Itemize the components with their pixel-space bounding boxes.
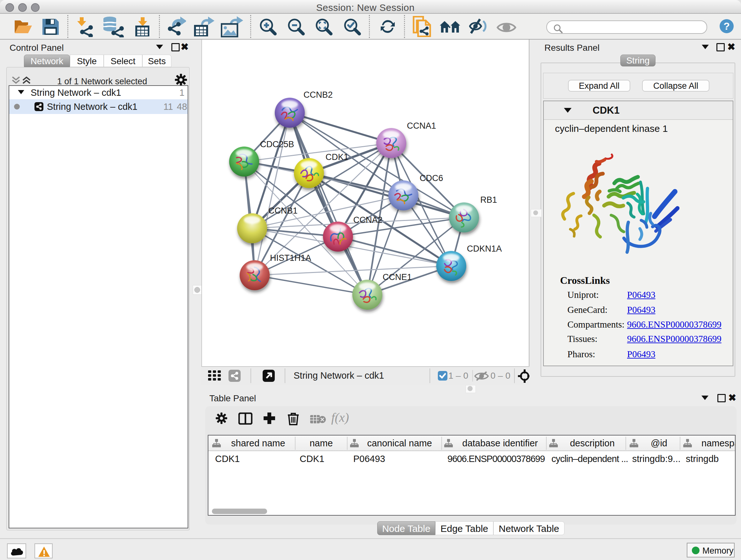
svg-text:CCNE1: CCNE1: [383, 272, 412, 282]
svg-text:CCNB2: CCNB2: [304, 90, 333, 100]
svg-text:CCNA2: CCNA2: [353, 215, 383, 225]
svg-text:CDC6: CDC6: [420, 173, 443, 183]
svg-text:HIST1H1A: HIST1H1A: [270, 253, 311, 263]
svg-text:CCNA1: CCNA1: [407, 121, 436, 131]
svg-text:RB1: RB1: [480, 195, 497, 205]
svg-text:CDKN1A: CDKN1A: [467, 244, 502, 253]
svg-text:CCNB1: CCNB1: [268, 206, 298, 215]
svg-text:CDC25B: CDC25B: [260, 139, 294, 149]
svg-text:CDK1: CDK1: [326, 152, 348, 162]
